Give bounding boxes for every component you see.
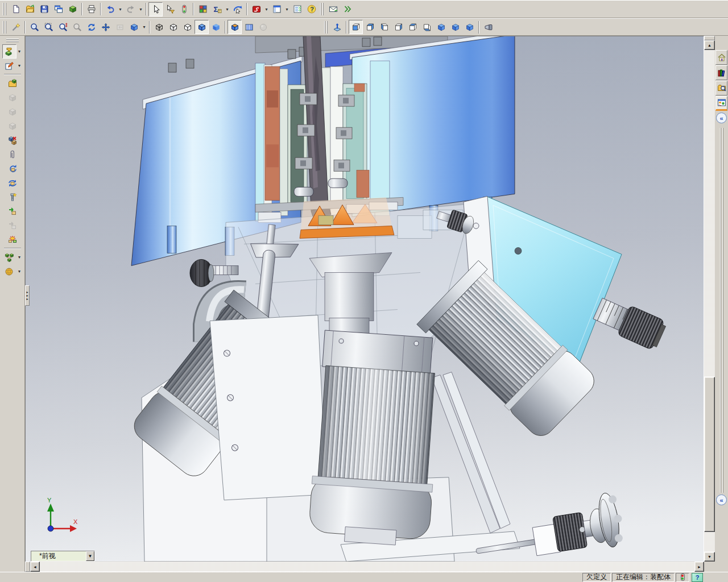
back-view-button[interactable] [363,20,377,34]
hidden-lines-removed-button[interactable] [180,20,195,34]
model-canvas[interactable]: Y X *前视 ▼ ▸ ▸ ▸ [26,36,704,562]
collapse-task-pane-button-lower[interactable]: « [716,494,727,505]
open-document-button[interactable] [23,2,37,16]
task-pane-tab-design-library[interactable] [715,65,727,80]
window-layout-dropdown[interactable]: ▾ [284,2,290,16]
simulation-dropdown[interactable]: ▾ [16,264,23,278]
toolbar-grip[interactable] [3,21,7,34]
undo-dropdown[interactable]: ▾ [117,2,123,16]
exploded-view-button[interactable] [2,250,16,264]
rotate-view-button[interactable] [84,20,98,34]
shaded-button[interactable] [209,20,223,34]
scroll-up-button[interactable]: ▲ [704,40,715,50]
scroll-down-button[interactable]: ▼ [704,552,715,562]
vertical-scroll-thumb[interactable] [704,377,715,532]
horizontal-scrollbar[interactable]: ◄ ► [25,562,704,572]
sketch-dropdown[interactable]: ▾ [16,59,23,73]
vertical-split-handle[interactable] [704,36,715,40]
toolbar-grip[interactable] [3,3,7,15]
quick-tips-field [676,573,689,582]
top-view-button[interactable] [406,20,420,34]
task-pane-tab-resources-home[interactable] [715,50,727,65]
select-button[interactable] [148,2,163,16]
edit-color-button[interactable] [196,2,210,16]
assembly-tools-button[interactable] [2,44,16,59]
make-drawing-from-part-button[interactable] [51,2,65,16]
dimetric-view-button[interactable] [462,20,477,34]
right-view-button[interactable] [391,20,406,34]
front-view-button[interactable] [349,20,363,34]
toolbar-sep [477,21,481,34]
attach-annotation-button[interactable] [5,147,19,161]
reload-component-button[interactable] [5,161,19,176]
selection-filter-toggle-button[interactable] [177,2,191,16]
simulation-button[interactable] [2,264,16,278]
measure-dropdown[interactable]: ▾ [224,2,230,16]
measure-icon: Σ [213,5,222,14]
sketch-button[interactable] [2,59,16,73]
standard-views-button[interactable] [127,20,141,34]
make-assembly-from-part-button[interactable] [65,2,80,16]
task-pane-tab-custom-properties[interactable] [715,96,727,111]
shaded-with-edges-button[interactable] [195,20,209,34]
standard-views-dropdown[interactable]: ▾ [141,20,147,34]
horizontal-scroll-track[interactable] [40,562,694,572]
task-checklist-button[interactable] [290,2,304,16]
hyperlinks-button[interactable] [340,2,354,16]
view-orientation-box[interactable]: *前视 ▼ [31,551,95,562]
scroll-right-button[interactable]: ► [694,562,704,572]
zoom-to-area-button[interactable] [42,20,56,34]
left-view-button[interactable] [377,20,391,34]
horizontal-split-handle[interactable] [25,562,30,572]
status-help-icon[interactable]: ? [692,573,703,582]
isometric-view-button[interactable] [434,20,448,34]
window-layout-button[interactable] [270,2,284,16]
pan-view-button[interactable] [98,20,113,34]
pointer-with-swoosh-button[interactable] [230,2,245,16]
redo-dropdown[interactable]: ▾ [138,2,144,16]
toolbar-grip[interactable] [320,3,324,15]
send-email-button[interactable] [326,2,340,16]
hidden-lines-visible-button[interactable] [166,20,180,34]
standard-toolbar: ▾▾Σ▾▾▾? [0,0,728,18]
new-document-button[interactable] [9,2,23,16]
toolbar-grip[interactable] [6,39,19,43]
section-view-button[interactable] [228,20,242,34]
camera-view-button[interactable] [481,20,495,34]
toolbar-grip[interactable] [324,21,328,34]
task-pane-splitter[interactable] [720,128,723,493]
collision-detection-button[interactable] [5,232,19,247]
save-icon [40,5,49,14]
solidworks-office-dropdown[interactable]: ▾ [263,2,270,16]
hide-component-button[interactable] [5,133,19,147]
feature-tree-splitter[interactable]: ▸ ▸ ▸ [25,285,30,306]
print-button[interactable] [84,2,98,16]
help-button[interactable]: ? [304,2,318,16]
bottom-view-button[interactable] [420,20,434,34]
zoom-in-out-button[interactable] [56,20,70,34]
save-button[interactable] [37,2,51,16]
realview-graphics-button[interactable] [242,20,256,34]
measure-button[interactable]: Σ [210,2,224,16]
view-orientation-dropdown[interactable]: ▼ [86,551,94,561]
task-pane-tab-file-explorer[interactable] [715,81,727,95]
rotate-component-button[interactable] [5,176,19,190]
smart-fasteners-button[interactable] [5,190,19,204]
move-component-button[interactable] [5,204,19,218]
trimetric-view-button[interactable] [448,20,462,34]
zoom-to-fit-button[interactable] [27,20,42,34]
assembly-tools-dropdown[interactable]: ▾ [16,44,23,59]
scroll-left-button[interactable]: ◄ [30,562,40,572]
undo-button[interactable] [103,2,117,16]
normal-to-button[interactable] [330,20,344,34]
vertical-scroll-track[interactable] [704,50,715,552]
insert-component-button[interactable] [5,76,19,90]
vertical-scrollbar[interactable]: ▲ ▼ [704,36,715,562]
shaded-with-edges-icon [197,23,206,32]
collapse-task-pane-button[interactable]: « [716,113,727,123]
exploded-view-dropdown[interactable]: ▾ [16,250,23,264]
selection-wand-button[interactable] [9,20,23,34]
select-filter-button[interactable] [163,2,177,16]
wireframe-button[interactable] [152,20,166,34]
solidworks-office-button[interactable] [249,2,263,16]
